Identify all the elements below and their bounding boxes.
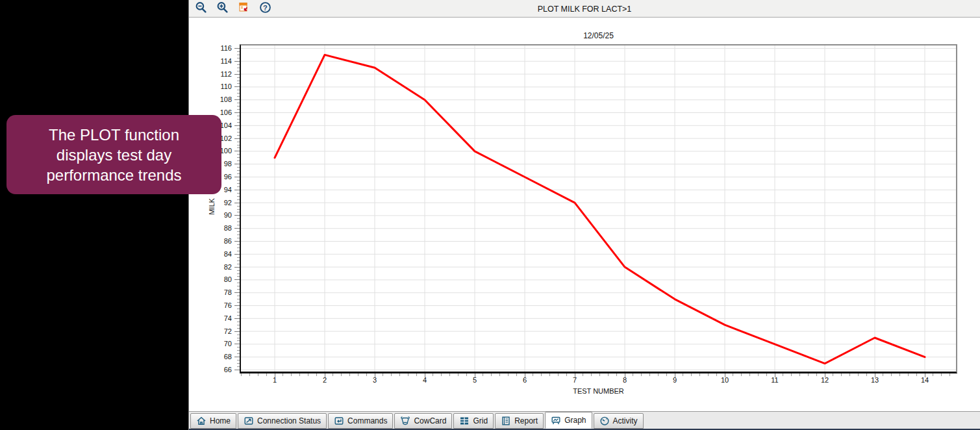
- x-major-tick: [775, 373, 775, 377]
- x-minor-tick: [591, 373, 592, 376]
- tab-bar: Home Connection Status Commands: [189, 411, 980, 429]
- x-minor-tick: [333, 373, 333, 376]
- y-major-tick: [234, 267, 240, 268]
- x-minor-tick: [599, 373, 600, 376]
- x-minor-tick: [683, 373, 683, 376]
- x-minor-tick: [891, 373, 892, 376]
- y-minor-tick: [237, 350, 240, 351]
- x-minor-tick: [899, 373, 900, 376]
- y-major-tick: [234, 241, 240, 242]
- x-minor-tick: [741, 373, 742, 376]
- y-minor-tick: [237, 244, 240, 245]
- y-minor-tick: [237, 276, 240, 277]
- x-minor-tick: [249, 373, 250, 376]
- zoom-out-icon: [195, 1, 207, 16]
- y-major-tick: [234, 305, 240, 306]
- tab-home[interactable]: Home: [190, 413, 236, 429]
- y-major-tick: [234, 177, 240, 177]
- chart-date-title: 12/05/25: [241, 31, 956, 40]
- x-minor-tick: [291, 373, 292, 376]
- x-minor-tick: [541, 373, 542, 376]
- x-minor-tick: [499, 373, 500, 376]
- export-report-button[interactable]: [236, 2, 251, 15]
- y-minor-tick: [237, 93, 240, 94]
- y-minor-tick: [237, 135, 240, 136]
- y-minor-tick: [237, 90, 240, 90]
- y-minor-tick: [237, 264, 240, 264]
- x-minor-tick: [641, 373, 642, 376]
- tab-connection-status[interactable]: Connection Status: [238, 413, 327, 429]
- tab-activity[interactable]: Activity: [594, 413, 644, 429]
- x-minor-tick: [649, 373, 650, 376]
- y-major-tick: [234, 74, 240, 75]
- x-minor-tick: [608, 373, 609, 376]
- zoom-in-button[interactable]: [215, 2, 229, 15]
- y-minor-tick: [237, 167, 240, 168]
- y-major-tick: [234, 99, 240, 100]
- y-minor-tick: [237, 286, 240, 286]
- y-minor-tick: [237, 51, 240, 52]
- y-minor-tick: [237, 147, 240, 148]
- x-minor-tick: [533, 373, 533, 376]
- y-tick-label: 80: [208, 275, 232, 283]
- y-minor-tick: [237, 145, 240, 145]
- x-minor-tick: [858, 373, 859, 376]
- y-major-tick: [234, 370, 240, 370]
- x-minor-tick: [558, 373, 559, 376]
- x-minor-tick: [583, 373, 583, 376]
- x-minor-tick: [616, 373, 617, 376]
- x-minor-tick: [933, 373, 933, 376]
- y-minor-tick: [237, 71, 240, 71]
- help-icon: ?: [259, 1, 271, 16]
- y-tick-label: 90: [208, 211, 232, 219]
- y-major-tick: [234, 164, 240, 164]
- y-minor-tick: [237, 83, 240, 84]
- grid-icon: [459, 416, 470, 426]
- y-major-tick: [234, 48, 240, 49]
- x-minor-tick: [758, 373, 759, 376]
- y-minor-tick: [237, 234, 240, 235]
- y-minor-tick: [237, 315, 240, 316]
- x-minor-tick: [399, 373, 400, 376]
- zoom-out-button[interactable]: [194, 2, 208, 15]
- tab-commands[interactable]: Commands: [328, 413, 393, 429]
- graph-icon: [551, 415, 561, 425]
- y-minor-tick: [237, 77, 240, 78]
- tab-graph[interactable]: Graph: [545, 412, 592, 429]
- x-minor-tick: [316, 373, 317, 376]
- x-major-tick: [625, 373, 625, 377]
- y-tick-label: 110: [208, 82, 232, 90]
- y-minor-tick: [237, 273, 240, 274]
- x-minor-tick: [691, 373, 692, 376]
- x-major-tick: [275, 373, 275, 377]
- help-button[interactable]: ?: [258, 2, 272, 15]
- y-minor-tick: [237, 340, 240, 341]
- x-minor-tick: [916, 373, 917, 376]
- tab-report[interactable]: Report: [495, 413, 544, 429]
- tab-grid[interactable]: Grid: [453, 413, 494, 429]
- x-major-tick: [475, 373, 475, 377]
- y-tick-label: 88: [208, 224, 232, 232]
- svg-text:?: ?: [263, 3, 268, 11]
- y-minor-tick: [237, 289, 240, 290]
- y-minor-tick: [237, 173, 240, 174]
- y-minor-tick: [237, 68, 240, 68]
- x-minor-tick: [808, 373, 809, 376]
- y-minor-tick: [237, 218, 240, 219]
- y-minor-tick: [237, 183, 240, 184]
- y-minor-tick: [237, 366, 240, 367]
- tab-cowcard[interactable]: CowCard: [394, 413, 452, 429]
- y-minor-tick: [237, 231, 240, 232]
- x-minor-tick: [941, 373, 942, 376]
- y-minor-tick: [237, 299, 240, 299]
- x-minor-tick: [783, 373, 783, 376]
- y-major-tick: [234, 292, 240, 293]
- tab-label: CowCard: [414, 416, 446, 425]
- report-icon: [501, 416, 511, 426]
- y-tick-label: 74: [208, 314, 232, 322]
- y-minor-tick: [237, 58, 240, 58]
- x-minor-tick: [833, 373, 833, 376]
- x-minor-tick: [708, 373, 709, 376]
- y-major-tick: [234, 86, 240, 87]
- x-minor-tick: [266, 373, 267, 376]
